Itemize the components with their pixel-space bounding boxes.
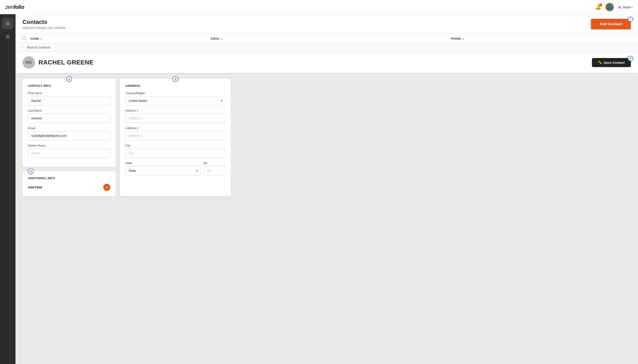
additional-info-badge: 4 bbox=[28, 168, 34, 174]
sidebar-item-gallery[interactable]: ⊞ bbox=[2, 31, 14, 42]
last-name-input[interactable] bbox=[28, 114, 110, 123]
state-group: State State Alabama Alaska Arizona Calif… bbox=[125, 162, 201, 175]
gallery-icon: ⊞ bbox=[6, 34, 10, 40]
first-name-label: First Name bbox=[28, 92, 110, 95]
first-name-group: First Name bbox=[28, 92, 110, 106]
contact-page: ← Back to Contacts RG RACHEL GREENE ✏️ S… bbox=[16, 43, 638, 364]
pencil-icon: ✏️ bbox=[598, 61, 602, 64]
greeting-text: Hi, Mark bbox=[618, 5, 630, 9]
phone-input[interactable] bbox=[28, 148, 110, 158]
email-col-label: EMAIL bbox=[211, 37, 220, 40]
email-input[interactable] bbox=[28, 131, 110, 140]
address-title: ADDRESS bbox=[125, 84, 226, 88]
email-label: Email bbox=[28, 126, 110, 130]
add-field-row: Add Field + bbox=[28, 184, 110, 191]
address1-group: Address 1 bbox=[125, 109, 226, 123]
phone-col-label: PHONE bbox=[451, 37, 461, 40]
forms-area: 2 CONTACT INFO First Name Last Name Emai… bbox=[16, 74, 638, 202]
plus-icon: + bbox=[106, 185, 108, 190]
select-all-checkbox[interactable] bbox=[23, 37, 26, 40]
email-group: Email bbox=[28, 126, 110, 140]
save-contact-label: Save Contact bbox=[604, 61, 625, 64]
add-contact-label: Add Contact bbox=[600, 22, 622, 26]
phone-group: Mobile Phone bbox=[28, 144, 110, 158]
contact-avatar: RG bbox=[23, 56, 35, 69]
name-col-label: NAME bbox=[31, 37, 39, 40]
step-badge-5: 5 bbox=[628, 56, 633, 61]
user-greeting[interactable]: Hi, Mark ▾ bbox=[618, 5, 633, 9]
logo-text: zenfolio bbox=[5, 4, 24, 10]
country-select[interactable]: United States Canada United Kingdom Aust… bbox=[125, 96, 226, 106]
avatar[interactable]: 👤 bbox=[605, 3, 614, 12]
zip-label: Zip bbox=[203, 162, 226, 165]
add-field-label: Add Field bbox=[28, 186, 42, 189]
email-column-header[interactable]: EMAIL ▲ bbox=[211, 37, 451, 40]
email-sort-icon: ▲ bbox=[220, 38, 223, 40]
contact-avatar-name: RG RACHEL GREENE bbox=[23, 56, 94, 69]
chevron-down-icon: ▾ bbox=[631, 6, 633, 9]
state-zip-row: State State Alabama Alaska Arizona Calif… bbox=[125, 162, 226, 175]
name-column-header[interactable]: NAME ▲ bbox=[31, 37, 211, 40]
page-title: Contacts bbox=[23, 18, 67, 26]
logo: zenfolio bbox=[5, 4, 24, 10]
contact-info-card: 2 CONTACT INFO First Name Last Name Emai… bbox=[23, 79, 116, 167]
phone-sort-icon: ▲ bbox=[462, 38, 464, 40]
main-content: Contacts Add and manage your contacts. A… bbox=[16, 14, 638, 364]
add-contact-button[interactable]: Add Contact 1 bbox=[591, 19, 631, 30]
zip-group: Zip bbox=[203, 162, 226, 175]
notification-badge: 1 bbox=[599, 3, 602, 6]
first-name-input[interactable] bbox=[28, 96, 110, 106]
address2-group: Address 2 bbox=[125, 126, 226, 140]
contact-full-name: RACHEL GREENE bbox=[39, 59, 94, 66]
state-select[interactable]: State Alabama Alaska Arizona California … bbox=[125, 166, 201, 175]
additional-info-title: ADDITIONAL INFO bbox=[28, 176, 110, 180]
additional-info-card: 4 ADDITIONAL INFO Add Field + bbox=[23, 171, 116, 196]
checkbox-col bbox=[23, 37, 31, 40]
column-headers: NAME ▲ EMAIL ▲ PHONE ▲ bbox=[16, 34, 638, 43]
back-to-contacts-link[interactable]: ← Back to Contacts bbox=[23, 46, 51, 49]
back-link-label: Back to Contacts bbox=[27, 46, 51, 49]
contact-initials: RG bbox=[26, 60, 32, 65]
city-input[interactable] bbox=[125, 148, 226, 158]
back-bar: ← Back to Contacts bbox=[16, 43, 638, 52]
app-layout: ⊙ ⊞ Contacts Add and manage your contact… bbox=[0, 14, 638, 364]
phone-column-header[interactable]: PHONE ▲ bbox=[451, 37, 631, 40]
avatar-image: 👤 bbox=[607, 4, 613, 10]
address2-label: Address 2 bbox=[125, 126, 226, 130]
step-badge-1: 1 bbox=[628, 16, 633, 22]
address-badge: 3 bbox=[173, 76, 178, 82]
last-name-group: Last Name bbox=[28, 109, 110, 123]
nav-right: 🔔 1 👤 Hi, Mark ▾ bbox=[595, 3, 633, 12]
phone-label: Mobile Phone bbox=[28, 144, 110, 147]
page-subtitle: Add and manage your contacts. bbox=[23, 26, 67, 30]
country-select-wrapper: United States Canada United Kingdom Aust… bbox=[125, 96, 226, 106]
state-label: State bbox=[125, 162, 201, 165]
dashboard-icon: ⊙ bbox=[6, 21, 10, 26]
city-label: City bbox=[125, 144, 226, 147]
page-header: Contacts Add and manage your contacts. A… bbox=[16, 14, 638, 34]
country-group: Country/Region United States Canada Unit… bbox=[125, 92, 226, 106]
top-nav: zenfolio 🔔 1 👤 Hi, Mark ▾ bbox=[0, 0, 638, 14]
page-header-left: Contacts Add and manage your contacts. bbox=[23, 18, 67, 30]
contact-info-badge: 2 bbox=[66, 76, 72, 82]
notification-bell[interactable]: 🔔 1 bbox=[595, 4, 601, 10]
zip-input[interactable] bbox=[203, 166, 226, 175]
sidebar: ⊙ ⊞ bbox=[0, 14, 16, 364]
contact-info-title: CONTACT INFO bbox=[28, 84, 110, 88]
save-contact-button[interactable]: ✏️ Save Contact 5 bbox=[592, 58, 631, 67]
city-group: City bbox=[125, 144, 226, 158]
back-arrow-icon: ← bbox=[23, 46, 26, 49]
sidebar-item-dashboard[interactable]: ⊙ bbox=[2, 18, 14, 29]
add-field-button[interactable]: + bbox=[103, 184, 110, 191]
address1-input[interactable] bbox=[125, 114, 226, 123]
address1-label: Address 1 bbox=[125, 109, 226, 112]
country-label: Country/Region bbox=[125, 92, 226, 95]
address-card: 3 ADDRESS Country/Region United States C… bbox=[120, 79, 231, 196]
last-name-label: Last Name bbox=[28, 109, 110, 112]
name-sort-icon: ▲ bbox=[40, 38, 42, 40]
contact-header-card: RG RACHEL GREENE ✏️ Save Contact 5 bbox=[16, 52, 638, 73]
state-select-wrapper: State Alabama Alaska Arizona California … bbox=[125, 166, 201, 175]
address2-input[interactable] bbox=[125, 131, 226, 140]
